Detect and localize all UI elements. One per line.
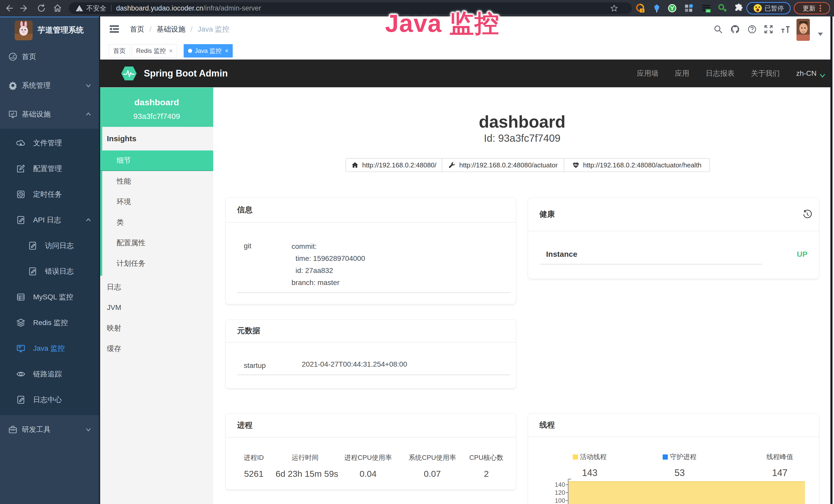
sba-app-box[interactable]: dashboard 93a3fc7f7409 xyxy=(100,88,213,127)
sba-brand-title[interactable]: Spring Boot Admin xyxy=(144,60,228,87)
threads-card-title: 线程 xyxy=(528,413,819,437)
tab-redis-monitor[interactable]: Redis 监控 × xyxy=(132,44,177,58)
paused-extension-pill[interactable]: 已暂停 xyxy=(746,2,791,15)
info-card: 信息 git commit: time: 1596289704000 id: 2… xyxy=(226,198,516,304)
sba-menu-item-label: 性能 xyxy=(117,176,131,186)
extension-list-on-icon[interactable]: on xyxy=(701,3,711,13)
legend-live-icon xyxy=(573,455,578,460)
sidebar-item-home[interactable]: 首页 xyxy=(0,42,99,71)
sba-sidebar: dashboard 93a3fc7f7409 Insights 细节 性能 环境… xyxy=(100,87,213,504)
sidebar-item-api-log[interactable]: API 日志 xyxy=(0,207,99,233)
sba-nav-wall[interactable]: 应用墙 xyxy=(637,69,659,78)
sba-menu-details[interactable]: 细节 xyxy=(100,151,213,171)
sba-locale-select[interactable]: zh-CN xyxy=(796,69,825,77)
endpoint-home-button[interactable]: http://192.168.0.2:48080/ xyxy=(346,158,442,172)
sidebar-item-config-manage[interactable]: 配置管理 xyxy=(0,156,99,182)
sba-menu-logs[interactable]: 日志 xyxy=(100,277,213,297)
app-logo[interactable] xyxy=(15,21,32,40)
chevron-down-icon xyxy=(85,82,92,89)
sba-nav-applications[interactable]: 应用 xyxy=(675,69,689,78)
instance-title: dashboard xyxy=(213,112,831,132)
menu-gap xyxy=(100,274,213,277)
sba-menu-mappings[interactable]: 映射 xyxy=(100,318,213,338)
sidebar-item-log-center[interactable]: 日志中心 xyxy=(0,387,99,413)
wrench-icon xyxy=(448,161,456,169)
svg-text:on: on xyxy=(706,9,710,12)
sba-menu-section-insights: Insights xyxy=(100,127,213,151)
browser-scrollbar[interactable] xyxy=(832,17,834,504)
extension-grid-icon[interactable] xyxy=(684,3,694,13)
bookmark-star-icon[interactable] xyxy=(610,4,618,12)
infrastructure-submenu: 文件管理 配置管理 定时任务 API 日志 访问日志 错误日志 xyxy=(0,129,99,415)
sba-nav-about[interactable]: 关于我们 xyxy=(751,69,780,78)
process-val-uptime: 6d 23h 15m 59s xyxy=(276,469,335,479)
sidebar-item-dev-tools[interactable]: 研发工具 xyxy=(0,415,99,444)
sba-menu-jvm[interactable]: JVM xyxy=(100,297,213,318)
health-row-label[interactable]: Instance xyxy=(546,250,577,258)
extension-pin-icon[interactable] xyxy=(652,3,662,13)
tab-home[interactable]: 首页 xyxy=(109,44,130,58)
breadcrumb-separator: / xyxy=(150,25,152,33)
forward-icon[interactable] xyxy=(20,4,29,13)
threads-chart: 140 120 100 xyxy=(528,475,818,504)
tab-java-monitor[interactable]: Java 监控 × xyxy=(184,44,233,58)
sidebar-item-label: 系统管理 xyxy=(22,81,50,90)
url-domain: dashboard.yudao.iocoder.cn xyxy=(116,4,203,12)
sidebar-item-redis-monitor[interactable]: Redis 监控 xyxy=(0,310,99,336)
extension-y-icon[interactable] xyxy=(667,3,677,13)
user-avatar[interactable] xyxy=(796,19,810,41)
info-row-label: git xyxy=(244,242,251,250)
font-size-icon[interactable] xyxy=(781,25,790,34)
sba-menu-config-props[interactable]: 配置属性 xyxy=(100,233,213,253)
sba-menu-scheduled-tasks[interactable]: 计划任务 xyxy=(100,253,213,274)
sba-app-name: dashboard xyxy=(100,97,213,107)
close-icon[interactable]: × xyxy=(225,48,228,54)
sidebar-menu: 首页 系统管理 基础设施 文件管理 配置管理 定时任务 xyxy=(0,42,99,444)
sidebar-item-file-manage[interactable]: 文件管理 xyxy=(0,130,99,156)
url-text: dashboard.yudao.iocoder.cn/infra/admin-s… xyxy=(116,4,261,12)
close-icon[interactable]: × xyxy=(169,48,173,54)
stat-label-text: 守护进程 xyxy=(670,452,697,461)
sidebar-item-java-monitor[interactable]: Java 监控 xyxy=(0,336,99,361)
reload-icon[interactable] xyxy=(37,4,46,13)
sba-menu-metrics[interactable]: 性能 xyxy=(100,171,213,191)
sidebar-item-mysql-monitor[interactable]: MySQL 监控 xyxy=(0,284,99,310)
extensions-puzzle-icon[interactable] xyxy=(734,3,744,13)
sidebar-item-infrastructure[interactable]: 基础设施 xyxy=(0,100,99,129)
address-bar[interactable]: 不安全 dashboard.yudao.iocoder.cn/infra/adm… xyxy=(69,2,632,14)
sidebar-item-error-log[interactable]: 错误日志 xyxy=(0,258,99,284)
endpoint-actuator-button[interactable]: http://192.168.0.2:48080/actuator xyxy=(442,158,564,172)
process-val-cpus: 2 xyxy=(463,469,510,479)
sba-menu-environment[interactable]: 环境 xyxy=(100,191,213,212)
browser-update-button[interactable]: 更新 xyxy=(794,2,830,15)
back-icon[interactable] xyxy=(4,4,13,13)
sidebar-item-scheduled-jobs[interactable]: 定时任务 xyxy=(0,182,99,207)
home-icon[interactable] xyxy=(53,4,62,13)
search-icon[interactable] xyxy=(714,25,723,34)
sba-menu-classes[interactable]: 类 xyxy=(100,212,213,233)
extension-update-icon[interactable]: 1 xyxy=(635,3,645,13)
breadcrumb-home[interactable]: 首页 xyxy=(130,24,144,34)
sba-app-id: 93a3fc7f7409 xyxy=(100,112,213,121)
sidebar-item-label: 首页 xyxy=(22,52,36,62)
sba-nav-journal[interactable]: 日志报表 xyxy=(706,69,734,78)
fullscreen-icon[interactable] xyxy=(764,25,773,34)
extension-key-icon[interactable] xyxy=(718,3,727,13)
process-col-uptime: 运行时间 xyxy=(276,453,335,462)
caret-down-icon[interactable] xyxy=(817,32,824,37)
annotation-java-monitor: Java 监控 xyxy=(378,7,506,41)
process-col-pid: 进程ID xyxy=(232,453,276,462)
sidebar-item-system[interactable]: 系统管理 xyxy=(0,71,99,100)
endpoint-health-button[interactable]: http://192.168.0.2:48080/actuator/health xyxy=(564,158,710,172)
menu-dots-icon xyxy=(820,4,821,13)
sidebar-item-label: 定时任务 xyxy=(33,189,62,199)
breadcrumb-section[interactable]: 基础设施 xyxy=(157,24,185,34)
infrastructure-icon xyxy=(8,110,17,119)
history-icon[interactable] xyxy=(803,209,812,219)
github-icon[interactable] xyxy=(730,25,740,34)
help-icon[interactable] xyxy=(747,25,757,34)
hamburger-icon[interactable] xyxy=(109,24,119,34)
sidebar-item-tracing[interactable]: 链路追踪 xyxy=(0,361,99,387)
sidebar-item-access-log[interactable]: 访问日志 xyxy=(0,233,99,258)
sba-menu-caches[interactable]: 缓存 xyxy=(100,338,213,359)
